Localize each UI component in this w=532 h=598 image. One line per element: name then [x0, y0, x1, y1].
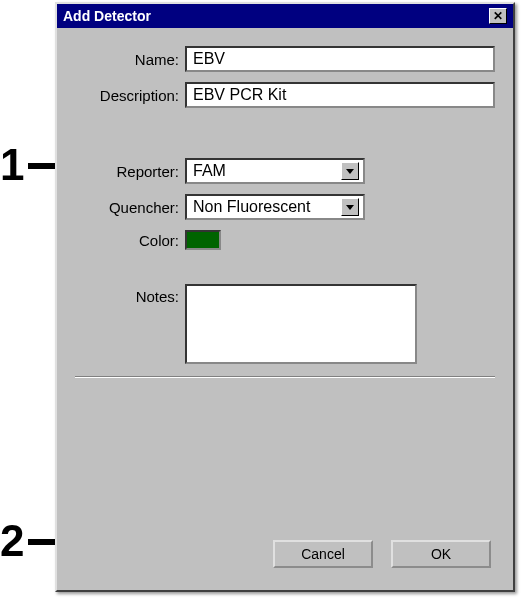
reporter-dropdown-button[interactable] — [341, 162, 359, 180]
close-icon: ✕ — [493, 10, 503, 22]
cancel-button[interactable]: Cancel — [273, 540, 373, 568]
reporter-select[interactable]: FAM — [185, 158, 365, 184]
name-label: Name: — [75, 51, 185, 68]
reporter-label: Reporter: — [75, 163, 185, 180]
dialog-title: Add Detector — [63, 8, 151, 24]
callout-label-2: 2 — [0, 516, 24, 566]
cancel-button-label: Cancel — [301, 546, 345, 562]
separator — [75, 376, 495, 378]
quencher-label: Quencher: — [75, 199, 185, 216]
add-detector-dialog: Add Detector ✕ Name: Description: Report… — [55, 2, 515, 592]
row-name: Name: — [75, 46, 495, 72]
row-description: Description: — [75, 82, 495, 108]
callout-label-1: 1 — [0, 140, 24, 190]
description-label: Description: — [75, 87, 185, 104]
quencher-select[interactable]: Non Fluorescent — [185, 194, 365, 220]
row-quencher: Quencher: Non Fluorescent — [75, 194, 495, 220]
button-bar: Cancel OK — [273, 540, 491, 568]
row-reporter: Reporter: FAM — [75, 158, 495, 184]
notes-input[interactable] — [185, 284, 417, 364]
row-color: Color: — [75, 230, 495, 250]
ok-button-label: OK — [431, 546, 451, 562]
titlebar: Add Detector ✕ — [57, 4, 513, 28]
name-input[interactable] — [185, 46, 495, 72]
chevron-down-icon — [346, 205, 354, 210]
dialog-body: Name: Description: Reporter: FAM Quenche… — [57, 28, 513, 590]
quencher-dropdown-button[interactable] — [341, 198, 359, 216]
close-button[interactable]: ✕ — [489, 8, 507, 24]
reporter-value: FAM — [193, 162, 226, 180]
color-swatch[interactable] — [185, 230, 221, 250]
ok-button[interactable]: OK — [391, 540, 491, 568]
description-input[interactable] — [185, 82, 495, 108]
notes-label: Notes: — [75, 284, 185, 305]
row-notes: Notes: — [75, 284, 495, 364]
chevron-down-icon — [346, 169, 354, 174]
quencher-value: Non Fluorescent — [193, 198, 310, 216]
color-label: Color: — [75, 232, 185, 249]
